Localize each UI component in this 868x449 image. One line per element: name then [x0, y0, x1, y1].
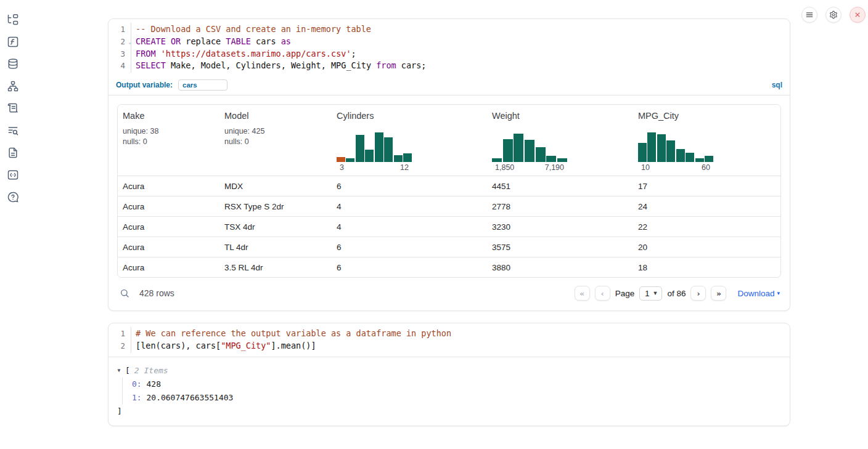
histogram-bar: [536, 147, 546, 162]
table-cell: 17: [633, 182, 780, 191]
table-body: AcuraMDX6445117AcuraRSX Type S 2dr427782…: [118, 176, 780, 277]
settings-button[interactable]: [825, 7, 841, 23]
download-button[interactable]: Download ▾: [737, 289, 780, 298]
collapse-chevron-icon[interactable]: ▼: [117, 365, 122, 376]
code-line: 1# We can reference the output variable …: [108, 328, 790, 340]
code-line: 2⌄CREATE OR replace TABLE cars as: [108, 36, 790, 48]
code-token: [156, 49, 161, 59]
unique-count: unique: 38: [123, 126, 213, 137]
axis-max-label: 7,190: [545, 163, 564, 172]
file-tree-icon[interactable]: [7, 14, 19, 26]
page-label: Page: [615, 289, 635, 298]
table-row: AcuraTSX 4dr4323022: [118, 216, 780, 237]
code-token: Make, Model, Cylinders, Weight, MPG_City: [166, 60, 376, 70]
column-header[interactable]: Weight1,8507,190: [487, 111, 633, 172]
tree-item-value: 428: [142, 379, 161, 389]
axis-min-label: 3: [340, 163, 344, 172]
menu-icon: [805, 10, 814, 19]
histogram-bar: [514, 134, 523, 163]
table-cell: 22: [633, 222, 780, 232]
sql-code-editor[interactable]: 1-- Download a CSV and create an in-memo…: [108, 19, 790, 76]
code-token: FROM: [136, 49, 156, 59]
table-cell: Acura: [118, 243, 219, 252]
help-icon[interactable]: [7, 191, 19, 203]
histogram-bar: [546, 156, 556, 162]
null-count: nulls: 0: [123, 137, 213, 147]
code-text: [len(cars), cars["MPG_City"].mean()]: [131, 340, 316, 352]
column-header[interactable]: Modelunique: 425nulls: 0: [219, 111, 332, 172]
python-cell: 1# We can reference the output variable …: [108, 323, 790, 426]
table-cell: 3880: [487, 263, 633, 272]
column-name: Model: [224, 111, 326, 121]
table-cell: 6: [332, 263, 487, 272]
table-cell: TL 4dr: [219, 243, 332, 252]
column-name: MPG_City: [638, 111, 774, 121]
histogram-bars: [492, 131, 567, 162]
table-row: AcuraRSX Type S 2dr4277824: [118, 196, 780, 216]
histogram-bar: [365, 150, 374, 162]
search-icon[interactable]: [120, 288, 129, 298]
prev-page-button[interactable]: ‹: [595, 286, 610, 301]
column-histogram: 1,8507,190: [492, 131, 567, 172]
menu-button[interactable]: [801, 7, 817, 23]
table-cell: 20: [633, 243, 780, 252]
code-token: from: [376, 60, 396, 70]
histogram-bar: [346, 158, 354, 162]
next-page-button[interactable]: ›: [690, 286, 706, 301]
histogram-bar: [492, 158, 502, 163]
output-variable-input[interactable]: [178, 79, 227, 91]
histogram-bar: [657, 134, 666, 162]
column-header[interactable]: Cylinders312: [332, 111, 487, 172]
line-number: 1: [108, 328, 131, 340]
page-select-value: 1: [645, 289, 649, 298]
code-token: 'https://datasets.marimo.app/cars.csv': [161, 49, 351, 59]
table-header: Makeunique: 38nulls: 0Modelunique: 425nu…: [118, 105, 780, 176]
code-text: SELECT Make, Model, Cylinders, Weight, M…: [131, 60, 426, 72]
column-header[interactable]: Makeunique: 38nulls: 0: [118, 111, 219, 172]
code-line: 4SELECT Make, Model, Cylinders, Weight, …: [108, 60, 790, 72]
column-header[interactable]: MPG_City1060: [633, 111, 780, 172]
first-page-button[interactable]: «: [575, 286, 590, 301]
close-icon: [853, 10, 862, 19]
download-label: Download: [737, 289, 774, 298]
histogram-bar: [638, 143, 647, 162]
column-summary: 312: [337, 126, 481, 172]
histogram-bar: [384, 137, 393, 162]
line-number: 2: [108, 340, 131, 352]
documentation-icon[interactable]: [7, 147, 19, 159]
logs-search-icon[interactable]: [7, 124, 19, 137]
last-page-button[interactable]: »: [711, 286, 726, 301]
table-cell: Acura: [118, 182, 219, 191]
code-token: CREATE OR: [136, 36, 181, 46]
page-total-label: of 86: [667, 289, 686, 298]
items-count: 2 Items: [134, 364, 168, 377]
tree-item-key: 1:: [132, 393, 142, 402]
histogram-bar: [705, 156, 713, 162]
code-line: 3FROM 'https://datasets.marimo.app/cars.…: [108, 48, 790, 60]
database-icon[interactable]: [7, 58, 19, 70]
snippets-icon[interactable]: [7, 169, 19, 181]
line-number: 2⌄: [108, 36, 131, 48]
table-cell: 3230: [487, 222, 633, 232]
code-text: FROM 'https://datasets.marimo.app/cars.c…: [131, 48, 356, 60]
page-select[interactable]: 1 ▼: [639, 286, 662, 301]
unique-count: unique: 425: [224, 126, 326, 137]
tree-root: ▼ [ 2 Items: [117, 364, 781, 377]
column-name: Weight: [492, 111, 627, 121]
code-line: 2[len(cars), cars["MPG_City"].mean()]: [108, 340, 790, 352]
shutdown-button[interactable]: [850, 7, 866, 23]
column-summary: unique: 425nulls: 0: [224, 126, 326, 172]
code-token: -- Download a CSV and create an in-memor…: [136, 24, 371, 34]
dependency-graph-icon[interactable]: [7, 80, 19, 92]
scratchpad-icon[interactable]: [7, 102, 19, 115]
column-summary: unique: 38nulls: 0: [123, 126, 213, 172]
histogram-bar: [695, 158, 704, 163]
histogram-bars: [638, 131, 713, 162]
histogram-axis-labels: 1,8507,190: [492, 162, 567, 172]
python-code-editor[interactable]: 1# We can reference the output variable …: [108, 323, 790, 357]
functions-icon[interactable]: [7, 36, 19, 48]
fold-chevron-icon[interactable]: ⌄: [128, 37, 131, 48]
code-token: SELECT: [136, 60, 166, 70]
code-text: CREATE OR replace TABLE cars as: [131, 36, 291, 48]
output-variable-label: Output variable:: [116, 81, 173, 89]
